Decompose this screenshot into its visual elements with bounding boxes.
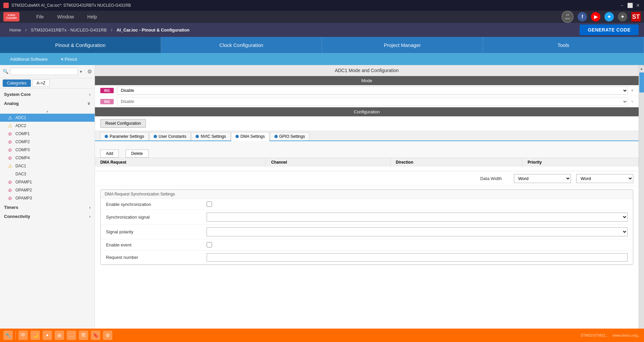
- maximize-button[interactable]: ⬜: [627, 3, 633, 8]
- dma-sync-title: DMA Request Synchronization Settings: [101, 190, 633, 199]
- config-tab-nvic[interactable]: NVIC Settings: [191, 132, 230, 140]
- youtube-icon[interactable]: ▶: [591, 12, 600, 21]
- logo-line2: CubeMX: [6, 16, 17, 19]
- pin-label-in1: IN1: [100, 88, 114, 93]
- taskbar-icon-1[interactable]: 🔧: [3, 331, 13, 340]
- network-icon[interactable]: ✦: [618, 12, 627, 21]
- main-tabs: Pinout & Configuration Clock Configurati…: [0, 37, 644, 53]
- tab-project-manager[interactable]: Project Manager: [322, 37, 483, 53]
- request-number-control: [207, 253, 628, 262]
- sidebar-item-opamp2[interactable]: ⊘ OPAMP2: [0, 186, 95, 194]
- enable-event-checkbox[interactable]: [207, 242, 212, 247]
- facebook-icon[interactable]: f: [578, 12, 587, 21]
- sidebar-section-analog[interactable]: Analog ∨: [0, 99, 95, 108]
- sidebar-item-comp3[interactable]: ⊘ COMP3: [0, 146, 95, 154]
- taskbar-icon-7[interactable]: 简: [79, 331, 88, 340]
- st-brand-icon[interactable]: ST: [631, 12, 641, 21]
- request-number-input[interactable]: [207, 253, 628, 262]
- taskbar-icon-5[interactable]: ⊞: [55, 331, 64, 340]
- taskbar-icon-8[interactable]: 🔖: [91, 331, 100, 340]
- sidebar-item-dac1[interactable]: ⚠ DAC1: [0, 162, 95, 170]
- sidebar-item-adc2[interactable]: ⚠ ADC2: [0, 122, 95, 130]
- config-tab-parameter[interactable]: Parameter Settings: [100, 132, 149, 140]
- add-dma-button[interactable]: Add: [100, 150, 119, 158]
- sidebar-section-system-core[interactable]: System Core ›: [0, 90, 95, 99]
- section-arrow-icon: ›: [89, 92, 91, 97]
- twitter-icon[interactable]: ✦: [604, 12, 614, 21]
- section-arrow-icon: ›: [89, 214, 91, 219]
- in2-mode-dropdown[interactable]: Disable: [117, 98, 628, 106]
- sidebar-item-comp2[interactable]: ⊘ COMP2: [0, 138, 95, 146]
- breadcrumb-home[interactable]: Home: [5, 27, 25, 33]
- sidebar-item-comp1[interactable]: ⊘ COMP1: [0, 130, 95, 138]
- taskbar-divider: [15, 331, 16, 339]
- in1-mode-dropdown[interactable]: Disable: [117, 87, 628, 95]
- sidebar-section-timers[interactable]: Timers ›: [0, 203, 95, 212]
- sidebar-item-adc1[interactable]: ⚠ ADC1: [0, 114, 95, 122]
- sidebar-item-opamp1[interactable]: ⊘ OPAMP1: [0, 178, 95, 186]
- sidebar-item-comp4[interactable]: ⊘ COMP4: [0, 154, 95, 162]
- config-tabs: Parameter Settings User Constants NVIC S…: [95, 131, 639, 141]
- reset-configuration-button[interactable]: Reset Configuration: [100, 119, 146, 128]
- scroll-thumb[interactable]: [639, 72, 644, 93]
- generate-code-button[interactable]: GENERATE CODE: [580, 24, 639, 35]
- minimize-button[interactable]: −: [619, 3, 625, 8]
- search-dropdown-icon[interactable]: ▾: [80, 69, 85, 74]
- right-scrollbar[interactable]: ▲ ▼: [639, 65, 644, 342]
- data-width-select-1[interactable]: Word Byte Half Word: [514, 174, 571, 183]
- disabled-icon: ⊘: [8, 147, 13, 153]
- data-width-select-2[interactable]: Word Byte Half Word: [576, 174, 633, 183]
- taskbar-icon-9[interactable]: ⚙: [103, 331, 112, 340]
- scroll-up-button[interactable]: ▲: [639, 65, 644, 72]
- sidebar-tab-categories[interactable]: Categories: [3, 79, 31, 87]
- signal-polarity-dropdown[interactable]: [207, 227, 628, 236]
- sidebar-item-dac3[interactable]: DAC3: [0, 170, 95, 178]
- config-tab-user-constants[interactable]: User Constants: [149, 132, 191, 140]
- settings-gear-icon[interactable]: ⚙: [87, 68, 92, 75]
- sync-signal-control: [207, 213, 628, 222]
- breadcrumb-device[interactable]: STM32G431RBTx - NUCLEO-G431RB: [27, 27, 111, 33]
- tab-tools[interactable]: Tools: [483, 37, 644, 53]
- menu-help[interactable]: Help: [80, 11, 104, 23]
- taskbar-icon-6[interactable]: …: [67, 331, 76, 340]
- col-priority: Priority: [522, 158, 639, 167]
- menu-file[interactable]: File: [30, 11, 51, 23]
- signal-polarity-label: Signal polarity: [106, 229, 207, 234]
- sidebar-tab-az[interactable]: A->Z: [32, 79, 50, 87]
- col-dma-request: DMA Request: [95, 158, 266, 167]
- config-tab-gpio[interactable]: GPIO Settings: [270, 132, 310, 140]
- enable-sync-checkbox[interactable]: [207, 202, 212, 207]
- menubar: STM32 CubeMX File Window Help 10ans f ▶ …: [0, 11, 644, 23]
- taskbar-icon-2[interactable]: 中: [18, 331, 28, 340]
- sidebar-search: 🔍 ▾ ⚙: [0, 65, 95, 78]
- config-tab-dma[interactable]: DMA Settings: [231, 132, 269, 141]
- dma-sync-section: DMA Request Synchronization Settings Ena…: [100, 189, 633, 265]
- taskbar-icon-3[interactable]: 🌙: [31, 331, 40, 340]
- tab-clock-config[interactable]: Clock Configuration: [161, 37, 322, 53]
- enable-event-label: Enable event: [106, 242, 207, 247]
- sidebar-section-connectivity[interactable]: Connectivity ›: [0, 212, 95, 221]
- cell-priority: [522, 167, 639, 171]
- sync-enable-control: [207, 202, 628, 207]
- menu-window[interactable]: Window: [51, 11, 81, 23]
- analog-subsection: ▲ ⚠ ADC1 ⚠ ADC2 ⊘ COMP1 ⊘ COMP2: [0, 108, 95, 203]
- tab-pinout-config[interactable]: Pinout & Configuration: [0, 37, 161, 53]
- search-input[interactable]: [10, 68, 78, 75]
- delete-dma-button[interactable]: Delete: [125, 150, 149, 158]
- disabled-icon: ⊘: [8, 155, 13, 161]
- close-button[interactable]: ✕: [635, 3, 641, 8]
- taskbar-icon-4[interactable]: ✦: [43, 331, 52, 340]
- disabled-icon: ⊘: [8, 179, 13, 185]
- watermark-text: STM32/STM32... www.stmcu.org...: [581, 333, 641, 337]
- sync-signal-dropdown[interactable]: [207, 213, 628, 222]
- breadcrumb-file[interactable]: AI_Car.ioc - Pinout & Configuration: [112, 27, 193, 33]
- subtab-additional-software[interactable]: Additional Software: [7, 55, 51, 63]
- sync-signal-label: Synchronization signal: [106, 215, 207, 220]
- cell-direction: [390, 167, 522, 171]
- col-channel: Channel: [266, 158, 390, 167]
- sidebar-item-opamp3[interactable]: ⊘ OPAMP3: [0, 194, 95, 202]
- enable-event-row: Enable event: [101, 239, 633, 250]
- section-arrow-icon: ›: [89, 205, 91, 210]
- subtab-pinout[interactable]: ▾ Pinout: [58, 55, 80, 63]
- app-logo-icon: [3, 3, 9, 8]
